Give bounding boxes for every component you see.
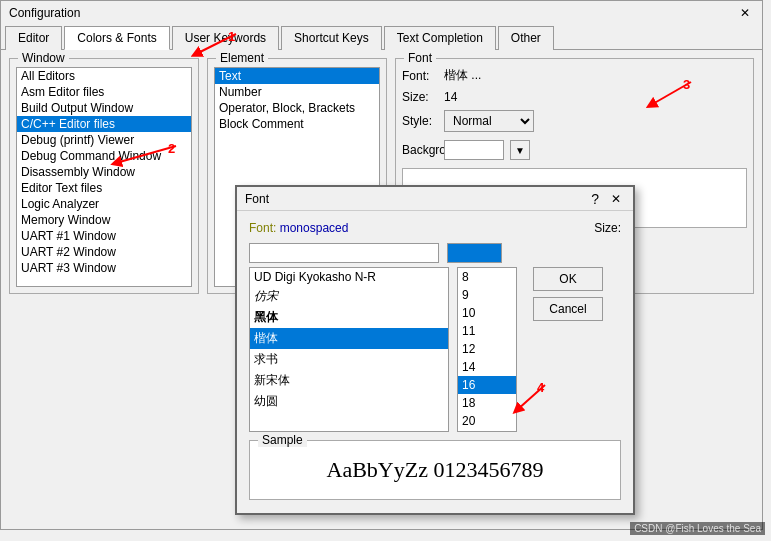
dialog-close-button[interactable]: ✕ — [607, 192, 625, 206]
tab-colors-fonts[interactable]: Colors & Fonts — [64, 26, 169, 50]
font-label: Font: — [402, 69, 438, 83]
size-list-item[interactable]: 12 — [458, 340, 516, 358]
size-list-item[interactable]: 14 — [458, 358, 516, 376]
size-list-item[interactable]: 10 — [458, 304, 516, 322]
ok-button[interactable]: OK — [533, 267, 603, 291]
font-list-item[interactable]: 仿宋 — [250, 286, 448, 307]
font-name-row: Font: 楷体 ... — [402, 67, 747, 84]
list-item[interactable]: Debug (printf) Viewer — [17, 132, 191, 148]
window-list[interactable]: All Editors Asm Editor files Build Outpu… — [16, 67, 192, 287]
window-title: Configuration — [9, 6, 80, 20]
dialog-inputs-row: 楷体 16 — [249, 243, 621, 267]
dialog-sample: Sample AaBbYyZz 0123456789 — [249, 440, 621, 500]
element-item[interactable]: Block Comment — [215, 116, 379, 132]
dialog-sample-text: AaBbYyZz 0123456789 — [327, 457, 544, 483]
dialog-title-bar: Font ? ✕ — [237, 187, 633, 211]
dialog-sample-label: Sample — [258, 433, 307, 447]
dialog-font-name: monospaced — [280, 221, 349, 235]
font-list-item-selected[interactable]: 楷体 — [250, 328, 448, 349]
font-list-item[interactable]: 黑体 — [250, 307, 448, 328]
dialog-font-section: Font: monospaced — [249, 221, 348, 235]
tab-other[interactable]: Other — [498, 26, 554, 50]
close-button[interactable]: ✕ — [736, 6, 754, 20]
dialog-font-label: Font: — [249, 221, 276, 235]
font-list[interactable]: UD Digi Kyokasho N-R 仿宋 黑体 楷体 求书 新宋体 幼圆 — [249, 267, 449, 432]
dialog-lists-row: UD Digi Kyokasho N-R 仿宋 黑体 楷体 求书 新宋体 幼圆 … — [249, 267, 621, 432]
font-list-item[interactable]: UD Digi Kyokasho N-R — [250, 268, 448, 286]
list-item[interactable]: UART #3 Window — [17, 260, 191, 276]
size-list[interactable]: 8 9 10 11 12 14 16 18 20 22 — [457, 267, 517, 432]
list-item[interactable]: Editor Text files — [17, 180, 191, 196]
dialog-content: Font: monospaced Size: 楷体 16 UD Digi Kyo… — [237, 211, 633, 510]
font-list-item[interactable]: 幼圆 — [250, 391, 448, 412]
list-item[interactable]: Logic Analyzer — [17, 196, 191, 212]
list-item[interactable]: Disassembly Window — [17, 164, 191, 180]
watermark: CSDN @Fish Loves the Sea — [630, 522, 765, 535]
dialog-buttons: OK Cancel — [533, 267, 603, 432]
list-item[interactable]: Asm Editor files — [17, 84, 191, 100]
size-list-item[interactable]: 9 — [458, 286, 516, 304]
size-value: 14 — [444, 90, 457, 104]
tab-bar: Editor Colors & Fonts User Keywords Shor… — [1, 25, 762, 50]
tab-text-completion[interactable]: Text Completion — [384, 26, 496, 50]
font-list-item[interactable]: 新宋体 — [250, 370, 448, 391]
font-group-label: Font — [404, 51, 436, 65]
color-swatch-fg[interactable] — [444, 140, 504, 160]
element-item[interactable]: Number — [215, 84, 379, 100]
help-icon[interactable]: ? — [591, 191, 599, 207]
size-list-item[interactable]: 18 — [458, 394, 516, 412]
style-select[interactable]: Normal — [444, 110, 534, 132]
element-item-selected[interactable]: Text — [215, 68, 379, 84]
dialog-size-section: Size: — [594, 221, 621, 235]
window-group: Window All Editors Asm Editor files Buil… — [9, 58, 199, 294]
list-item[interactable]: Debug Command Window — [17, 148, 191, 164]
font-size-row: Size: 14 — [402, 90, 747, 104]
size-input[interactable]: 16 — [447, 243, 502, 263]
list-item-selected[interactable]: C/C++ Editor files — [17, 116, 191, 132]
tab-editor[interactable]: Editor — [5, 26, 62, 50]
tab-user-keywords[interactable]: User Keywords — [172, 26, 279, 50]
dialog-top-row: Font: monospaced Size: — [249, 221, 621, 235]
size-list-item[interactable]: 8 — [458, 268, 516, 286]
size-list-item-selected[interactable]: 16 — [458, 376, 516, 394]
element-group-label: Element — [216, 51, 268, 65]
size-list-item[interactable]: 20 — [458, 412, 516, 430]
dialog-size-label: Size: — [594, 221, 621, 235]
background-label: Background — [402, 143, 438, 157]
style-label: Style: — [402, 114, 438, 128]
size-list-item[interactable]: 11 — [458, 322, 516, 340]
list-item[interactable]: Build Output Window — [17, 100, 191, 116]
cancel-button[interactable]: Cancel — [533, 297, 603, 321]
element-item[interactable]: Operator, Block, Brackets — [215, 100, 379, 116]
font-dialog: Font ? ✕ Font: monospaced Size: 楷体 16 UD… — [235, 185, 635, 515]
size-list-item[interactable]: 22 — [458, 430, 516, 432]
background-row: Background ▼ — [402, 140, 747, 160]
title-bar: Configuration ✕ — [1, 1, 762, 25]
font-name-input[interactable]: 楷体 — [249, 243, 439, 263]
font-value: 楷体 ... — [444, 67, 481, 84]
font-list-item[interactable]: 求书 — [250, 349, 448, 370]
list-item[interactable]: Memory Window — [17, 212, 191, 228]
list-item[interactable]: All Editors — [17, 68, 191, 84]
window-group-label: Window — [18, 51, 69, 65]
tab-shortcut-keys[interactable]: Shortcut Keys — [281, 26, 382, 50]
list-item[interactable]: UART #2 Window — [17, 244, 191, 260]
size-label: Size: — [402, 90, 438, 104]
font-style-row: Style: Normal — [402, 110, 747, 132]
list-item[interactable]: UART #1 Window — [17, 228, 191, 244]
dialog-title: Font — [245, 192, 269, 206]
color-picker-btn[interactable]: ▼ — [510, 140, 530, 160]
